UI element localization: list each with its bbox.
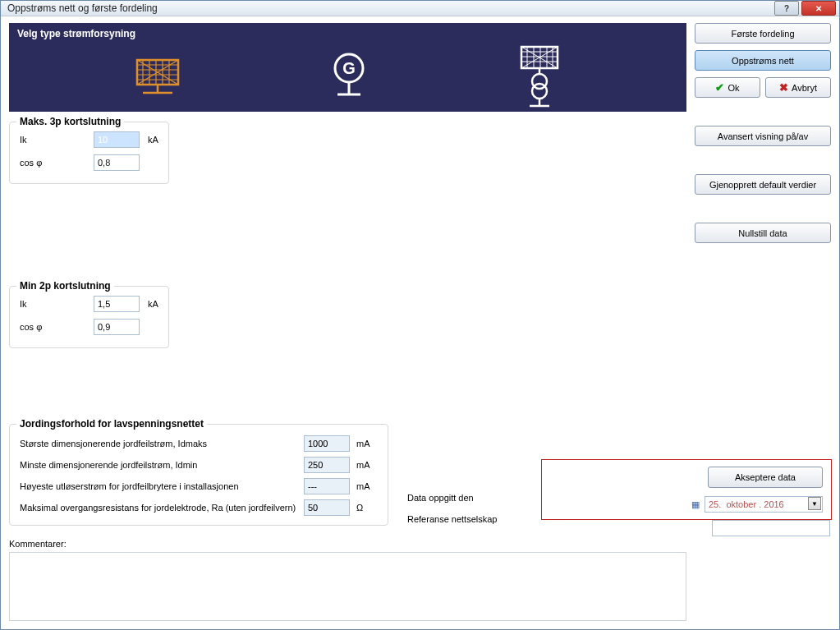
- avansert-button[interactable]: Avansert visning på/av: [695, 126, 831, 146]
- svg-text:G: G: [343, 59, 356, 77]
- ik-unit: kA: [148, 135, 158, 145]
- avbryt-button[interactable]: ✖Avbryt: [765, 77, 831, 98]
- oppstroms-nett-button[interactable]: Oppstrøms nett: [695, 50, 831, 71]
- aksepter-data-button[interactable]: Akseptere data: [708, 467, 823, 488]
- main-column: Velg type strømforsyning: [9, 23, 686, 623]
- min-2p-group: Min 2p kortslutning Ik kA cos φ: [9, 286, 169, 348]
- min2p-cos-input[interactable]: [94, 319, 140, 335]
- calendar-icon: ▦: [691, 499, 700, 510]
- max-3p-title: Maks. 3p kortslutning: [16, 116, 124, 127]
- cos2-label: cos φ: [20, 322, 94, 332]
- grid-supply-icon[interactable]: [133, 55, 182, 101]
- idmin-input[interactable]: [304, 457, 350, 473]
- cos-label: cos φ: [20, 158, 94, 168]
- grounding-title: Jordingsforhold for lavspenningsnettet: [16, 418, 207, 430]
- min2p-ik-input[interactable]: [94, 296, 140, 312]
- ik2-unit: kA: [148, 299, 158, 309]
- forste-fordeling-button[interactable]: Første fordeling: [695, 23, 831, 44]
- date-picker[interactable]: ▦ ▼: [691, 496, 823, 513]
- ra-label: Maksimal overgangsresistans for jordelek…: [20, 503, 304, 513]
- max-3p-group: Maks. 3p kortslutning Ik kA cos φ: [9, 122, 169, 184]
- idmaks-label: Største dimensjonerende jordfeilstrøm, I…: [20, 439, 304, 448]
- utloser-unit: mA: [356, 481, 378, 491]
- nullstill-button[interactable]: Nullstill data: [695, 223, 831, 243]
- check-icon: ✔: [715, 81, 724, 94]
- ra-input[interactable]: [304, 499, 350, 516]
- gjenopprett-button[interactable]: Gjenopprett default verdier: [695, 174, 831, 195]
- referanse-input[interactable]: [712, 520, 830, 536]
- generator-supply-icon[interactable]: G: [331, 52, 367, 104]
- dialog-content: Velg type strømforsyning: [1, 16, 839, 630]
- idmaks-input[interactable]: [304, 435, 350, 452]
- svg-point-31: [532, 84, 547, 99]
- min-2p-title: Min 2p kortslutning: [16, 280, 114, 292]
- close-button[interactable]: ✕: [801, 1, 836, 16]
- utloser-label: Høyeste utløserstrøm for jordfeilbrytere…: [20, 481, 304, 491]
- dialog-window: Oppstrøms nett og første fordeling ? ✕ V…: [0, 0, 840, 630]
- ok-button[interactable]: ✔Ok: [695, 77, 760, 98]
- max3p-cos-input[interactable]: [94, 154, 140, 171]
- accept-highlight-area: Akseptere data ▦ ▼: [541, 459, 832, 520]
- idmin-unit: mA: [356, 460, 378, 470]
- date-dropdown-icon[interactable]: ▼: [808, 497, 821, 510]
- referanse-input-wrap: [712, 520, 832, 536]
- titlebar-text: Oppstrøms nett og første fordeling: [4, 2, 774, 14]
- max3p-ik-input[interactable]: [94, 131, 140, 148]
- idmaks-unit: mA: [356, 439, 378, 448]
- help-button[interactable]: ?: [774, 1, 799, 16]
- grounding-group: Jordingsforhold for lavspenningsnettet S…: [9, 424, 388, 526]
- x-icon: ✖: [779, 81, 788, 94]
- date-input[interactable]: [705, 496, 823, 513]
- titlebar-buttons: ? ✕: [774, 1, 836, 16]
- kommentar-label: Kommentarer:: [9, 539, 67, 549]
- idmin-label: Minste dimensjonerende jordfeilstrøm, Id…: [20, 460, 304, 470]
- supply-type-selector: G: [9, 44, 686, 112]
- ik2-label: Ik: [20, 299, 94, 309]
- ra-unit: Ω: [356, 503, 378, 513]
- comments-textarea[interactable]: [9, 552, 686, 621]
- supply-type-header: Velg type strømforsyning: [9, 23, 686, 44]
- titlebar: Oppstrøms nett og første fordeling ? ✕: [1, 1, 839, 16]
- transformer-supply-icon[interactable]: [516, 45, 562, 111]
- utloser-input[interactable]: [304, 478, 350, 494]
- ik-label: Ik: [20, 135, 94, 145]
